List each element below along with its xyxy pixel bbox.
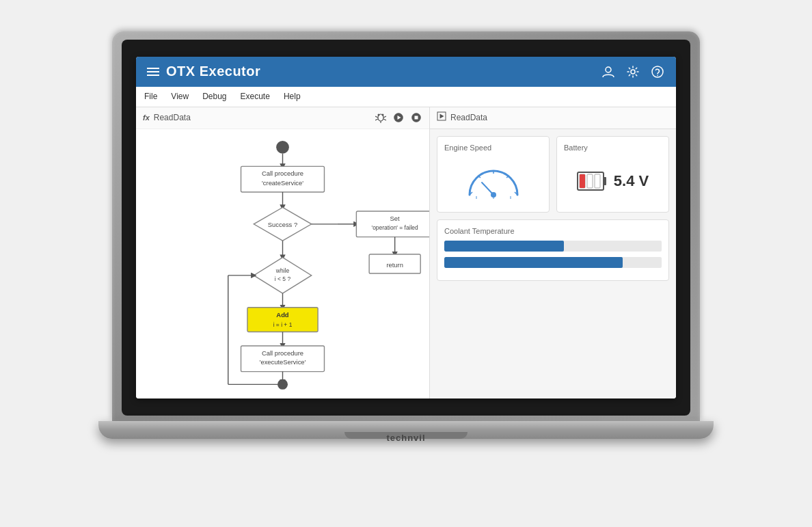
svg-text:i < 5 ?: i < 5 ? (275, 275, 291, 282)
speedometer-container (444, 157, 542, 205)
coolant-bar2-fill (444, 257, 623, 268)
svg-text:'executeService': 'executeService' (260, 359, 306, 366)
panel-header-right (375, 111, 422, 124)
svg-text:'createService': 'createService' (262, 179, 303, 186)
coolant-bar2-container (444, 257, 662, 268)
menu-file[interactable]: File (144, 92, 157, 101)
user-icon[interactable] (601, 64, 616, 79)
coolant-widget: Coolant Temperature (437, 219, 669, 281)
svg-rect-53 (604, 177, 606, 185)
battery-label: Battery (564, 144, 662, 152)
svg-text:Call procedure: Call procedure (262, 170, 303, 177)
svg-rect-56 (595, 174, 600, 188)
svg-text:'operation' = failed: 'operation' = failed (372, 224, 418, 231)
left-panel-header: fx ReadData (136, 107, 429, 129)
left-panel: fx ReadData (136, 107, 430, 398)
flowchart-area: Call procedure 'createService' Success ? (136, 129, 429, 398)
app-title: OTX Executor (166, 64, 260, 79)
svg-text:while: while (275, 267, 290, 274)
svg-rect-55 (587, 174, 593, 188)
laptop-wrapper: OTX Executor (71, 31, 741, 496)
fx-badge: fx (143, 113, 150, 122)
svg-line-9 (383, 116, 386, 118)
svg-rect-15 (415, 116, 418, 120)
svg-text:return: return (386, 261, 403, 268)
coolant-bar1-fill (444, 241, 564, 252)
menu-bar: File View Debug Execute Help (136, 87, 676, 107)
svg-text:Success ?: Success ? (268, 221, 297, 228)
svg-point-0 (606, 67, 611, 72)
svg-line-7 (375, 116, 378, 118)
end-loop-node (278, 379, 288, 389)
help-icon[interactable] (650, 64, 665, 79)
left-panel-title: ReadData (154, 113, 191, 122)
svg-text:Add: Add (276, 311, 288, 318)
svg-point-3 (657, 75, 658, 76)
screen-bezel: OTX Executor (122, 40, 690, 416)
svg-text:Call procedure: Call procedure (262, 350, 303, 357)
play-icon-btn[interactable] (392, 111, 405, 124)
battery-container: 5.4 V (564, 157, 662, 205)
svg-marker-41 (440, 114, 444, 119)
coolant-bar1-container (444, 241, 662, 252)
laptop-screen: OTX Executor (112, 31, 700, 421)
flowchart-svg: Call procedure 'createService' Success ? (136, 129, 429, 398)
svg-line-8 (375, 119, 378, 120)
svg-text:Set: Set (390, 215, 400, 222)
right-panel: ReadData Engine Speed (430, 107, 676, 398)
laptop-base: technvil (98, 421, 714, 439)
start-node (276, 140, 289, 153)
svg-line-10 (383, 119, 386, 120)
title-bar-left: OTX Executor (147, 64, 260, 79)
title-bar-right (601, 64, 665, 79)
title-bar: OTX Executor (136, 57, 676, 87)
menu-help[interactable]: Help (284, 92, 301, 101)
widget-row-top: Engine Speed (437, 136, 669, 213)
svg-point-1 (631, 70, 635, 74)
panel-header-left: fx ReadData (143, 113, 191, 122)
right-panel-title: ReadData (450, 113, 487, 122)
right-panel-header: ReadData (430, 107, 676, 129)
battery-icon (577, 169, 607, 193)
main-content: fx ReadData (136, 107, 676, 398)
coolant-label: Coolant Temperature (444, 227, 662, 235)
menu-icon[interactable] (147, 68, 159, 76)
battery-widget: Battery (556, 136, 669, 213)
menu-debug[interactable]: Debug (202, 92, 226, 101)
svg-point-5 (378, 114, 380, 116)
battery-value: 5.4 V (614, 172, 649, 190)
svg-rect-57 (580, 174, 585, 188)
app-window: OTX Executor (136, 57, 676, 398)
menu-view[interactable]: View (171, 92, 189, 101)
debug-icon-btn[interactable] (375, 111, 387, 124)
engine-speed-widget: Engine Speed (437, 136, 550, 213)
brand-label: technvil (386, 433, 425, 443)
menu-execute[interactable]: Execute (241, 92, 270, 101)
right-panel-content: Engine Speed (430, 129, 676, 398)
svg-point-6 (382, 114, 384, 116)
engine-speed-label: Engine Speed (444, 144, 542, 152)
svg-text:i = i + 1: i = i + 1 (273, 321, 293, 327)
settings-icon[interactable] (625, 64, 640, 79)
right-panel-play-icon (437, 111, 446, 124)
stop-icon-btn[interactable] (410, 111, 422, 124)
